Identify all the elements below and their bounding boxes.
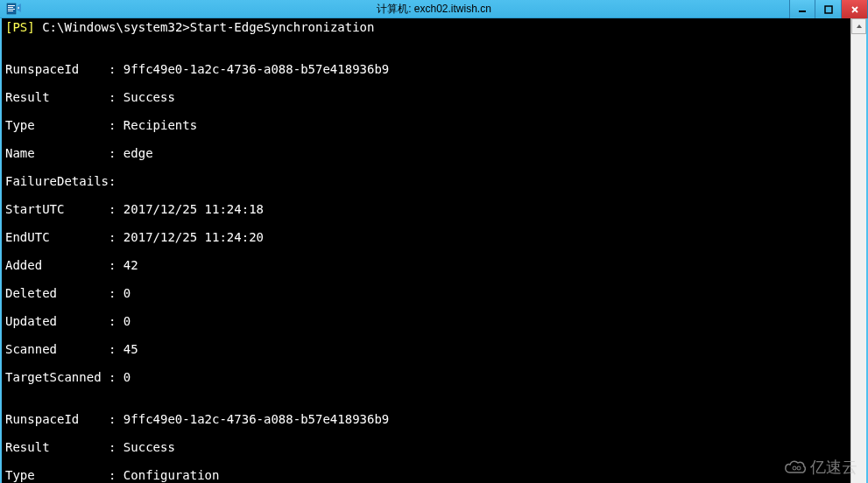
minimize-button[interactable] <box>789 0 815 19</box>
kv-sep: : <box>109 202 123 216</box>
kv-val: edge <box>123 146 153 160</box>
kv-key: StartUTC <box>5 202 109 216</box>
kv-key: RunspaceId <box>5 412 109 426</box>
close-button[interactable] <box>842 0 868 19</box>
kv-val: Success <box>123 440 175 454</box>
chevron-up-icon <box>856 24 863 29</box>
kv-key: Result <box>5 440 109 454</box>
kv-sep: : <box>109 62 123 76</box>
kv-key: TargetScanned <box>5 370 109 384</box>
window-controls <box>789 0 868 19</box>
kv-val: 0 <box>123 286 131 300</box>
window-title: 计算机: exch02.itwish.cn <box>377 2 491 17</box>
exchange-shell-icon <box>5 0 23 18</box>
kv-key: Name <box>5 146 109 160</box>
kv-key: Type <box>5 468 109 482</box>
svg-rect-6 <box>825 6 832 13</box>
kv-val: 42 <box>123 258 138 272</box>
svg-rect-1 <box>8 5 15 6</box>
kv-sep: : <box>109 370 123 384</box>
terminal-output[interactable]: [PS] C:\Windows\system32>Start-EdgeSynch… <box>2 18 850 483</box>
titlebar[interactable]: 计算机: exch02.itwish.cn <box>0 0 868 18</box>
scroll-up-button[interactable] <box>851 18 866 34</box>
kv-val: Success <box>123 90 175 104</box>
prompt-path: C:\Windows\system32> <box>35 20 190 34</box>
svg-rect-5 <box>799 10 806 12</box>
kv-key: FailureDetails <box>5 174 109 188</box>
kv-key: Result <box>5 90 109 104</box>
kv-key: Type <box>5 118 109 132</box>
kv-key: EndUTC <box>5 230 109 244</box>
maximize-button[interactable] <box>815 0 842 19</box>
svg-rect-2 <box>8 7 13 8</box>
kv-val: 9ffc49e0-1a2c-4736-a088-b57e418936b9 <box>123 62 389 76</box>
kv-key: RunspaceId <box>5 62 109 76</box>
kv-key: Added <box>5 258 109 272</box>
kv-sep: : <box>109 90 123 104</box>
maximize-icon <box>824 5 833 14</box>
kv-key: Deleted <box>5 286 109 300</box>
vertical-scrollbar[interactable] <box>850 18 866 483</box>
kv-sep: : <box>109 118 123 132</box>
kv-sep: : <box>109 342 123 356</box>
kv-sep: : <box>109 146 123 160</box>
kv-val: 45 <box>123 342 138 356</box>
prompt-ps: PS <box>12 20 27 34</box>
kv-sep: : <box>109 174 123 188</box>
kv-val: 2017/12/25 11:24:20 <box>123 230 264 244</box>
prompt-bracket-close: ] <box>27 20 34 34</box>
kv-sep: : <box>109 286 123 300</box>
kv-sep: : <box>109 314 123 328</box>
kv-val: 0 <box>123 314 131 328</box>
kv-sep: : <box>109 440 123 454</box>
kv-val: Configuration <box>123 468 220 482</box>
kv-val: 9ffc49e0-1a2c-4736-a088-b57e418936b9 <box>123 412 389 426</box>
kv-val: 0 <box>123 370 131 384</box>
kv-sep: : <box>109 230 123 244</box>
scroll-track[interactable] <box>851 34 866 483</box>
kv-sep: : <box>109 468 123 482</box>
kv-key: Scanned <box>5 342 109 356</box>
svg-rect-3 <box>8 9 15 10</box>
command-line-1: Start-EdgeSynchronization <box>190 20 375 34</box>
kv-val: Recipients <box>123 118 197 132</box>
close-icon <box>850 5 859 14</box>
svg-rect-4 <box>8 10 13 11</box>
minimize-icon <box>798 5 807 14</box>
kv-val: 2017/12/25 11:24:18 <box>123 202 264 216</box>
kv-sep: : <box>109 412 123 426</box>
kv-sep: : <box>109 258 123 272</box>
window-root: 计算机: exch02.itwish.cn [PS] C:\Windows\sy… <box>0 0 868 483</box>
terminal-container: [PS] C:\Windows\system32>Start-EdgeSynch… <box>0 18 868 483</box>
kv-key: Updated <box>5 314 109 328</box>
